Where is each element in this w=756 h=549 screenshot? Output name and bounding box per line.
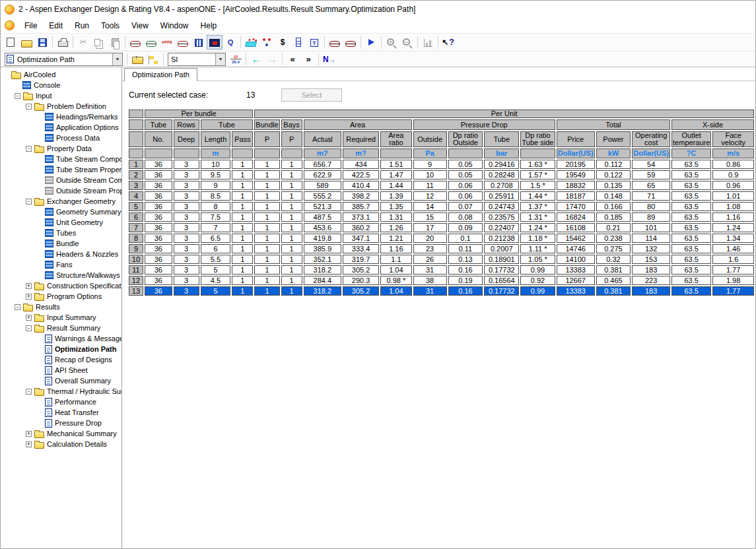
tree-item-heat-transfer[interactable]: Heat Transfer	[1, 407, 121, 418]
table-cell[interactable]: 1.31	[380, 212, 412, 222]
table-cell[interactable]: 1.04	[380, 265, 412, 274]
table-cell[interactable]: 0.135	[596, 181, 631, 190]
table-cell[interactable]: 0.98 *	[380, 276, 412, 285]
table-cell[interactable]: 10	[201, 160, 231, 169]
menu-run[interactable]: Run	[69, 19, 95, 32]
row-number[interactable]: 8	[129, 234, 143, 243]
table-cell[interactable]: 1.37 *	[520, 202, 555, 211]
table-cell[interactable]: 1	[232, 276, 253, 285]
table-cell[interactable]: 1	[254, 191, 279, 201]
table-cell[interactable]: 18187	[557, 191, 595, 201]
table-cell[interactable]: 63.5	[671, 255, 711, 264]
table-cell[interactable]: 1.34	[712, 234, 754, 243]
collapse-icon[interactable]: -	[26, 199, 32, 205]
unit-converter-button[interactable]	[228, 52, 244, 67]
table-cell[interactable]: 0.17732	[484, 286, 519, 296]
table-cell[interactable]: 0.96	[712, 181, 754, 190]
table-cell[interactable]: 0.09	[448, 223, 483, 232]
table-cell[interactable]: 6	[201, 244, 231, 253]
menu-edit[interactable]: Edit	[43, 19, 69, 32]
table-cell[interactable]: 1	[232, 223, 253, 232]
table-cell[interactable]: 1	[232, 170, 253, 179]
case-row-10[interactable]: 103635.5111352.1319.71.1260.130.189011.0…	[129, 255, 754, 264]
table-cell[interactable]: 9.5	[201, 170, 231, 179]
table-cell[interactable]: 352.1	[304, 255, 342, 264]
table-cell[interactable]: 1	[281, 234, 302, 243]
case-row-9[interactable]: 93636111385.9333.41.16230.110.20071.11 *…	[129, 244, 754, 253]
navigator-combo[interactable]: Optimization Path▼	[5, 53, 123, 66]
row-number[interactable]: 9	[129, 244, 143, 253]
table-cell[interactable]: 80	[632, 202, 670, 211]
table-cell[interactable]: 487.5	[304, 212, 342, 222]
row-number[interactable]: 10	[129, 255, 143, 264]
table-cell[interactable]: 385.9	[304, 244, 342, 253]
table-cell[interactable]: 17470	[557, 202, 595, 211]
table-cell[interactable]: 589	[304, 181, 342, 190]
table-cell[interactable]: 290.3	[343, 276, 379, 285]
economics-button[interactable]	[243, 35, 259, 49]
table-cell[interactable]: 63.5	[671, 181, 711, 190]
table-cell[interactable]: 36	[145, 170, 172, 179]
table-cell[interactable]: 398.2	[343, 191, 379, 201]
collapse-icon[interactable]: -	[26, 389, 32, 395]
expand-icon[interactable]: +	[26, 294, 32, 300]
table-cell[interactable]: 1.26	[380, 223, 412, 232]
open-file-button[interactable]	[18, 35, 34, 49]
drum-button[interactable]	[306, 35, 322, 49]
table-cell[interactable]: 0.19	[448, 276, 483, 285]
table-cell[interactable]: 1	[232, 160, 253, 169]
table-cell[interactable]: 15	[413, 212, 447, 222]
units-set-combo[interactable]: SI▼	[168, 53, 226, 66]
table-cell[interactable]: 305.2	[343, 286, 379, 296]
case-row-2[interactable]: 23639.5111622.9422.51.47100.050.282481.5…	[129, 170, 754, 179]
case-row-12[interactable]: 123634.5111284.4290.30.98 *380.190.16564…	[129, 276, 754, 285]
tree-item-tubes[interactable]: Tubes	[1, 228, 121, 238]
tree-item-application-options[interactable]: Application Options	[1, 122, 121, 133]
table-cell[interactable]: 1	[254, 223, 279, 232]
table-cell[interactable]: 0.24743	[484, 202, 519, 211]
table-cell[interactable]: 1	[254, 276, 279, 285]
table-cell[interactable]: 656.7	[304, 160, 342, 169]
up-one-level-button[interactable]	[129, 52, 145, 67]
table-cell[interactable]: 1	[281, 286, 302, 296]
table-cell[interactable]: 1.77	[712, 265, 754, 274]
tree-item-outside-stream-comp[interactable]: Outside Stream Comp	[1, 175, 121, 185]
table-cell[interactable]: 0.275	[596, 244, 631, 253]
tree-item-overall-summary[interactable]: Overall Summary	[1, 375, 121, 386]
table-cell[interactable]: 36	[145, 202, 172, 211]
table-cell[interactable]: 0.2007	[484, 244, 519, 253]
table-cell[interactable]: 0.06	[448, 181, 483, 190]
table-cell[interactable]: 1.21	[380, 234, 412, 243]
table-cell[interactable]: 1.31 *	[520, 212, 555, 222]
save-file-button[interactable]	[34, 35, 50, 49]
case-row-1[interactable]: 136310111656.74341.5190.050.294161.63 *2…	[129, 160, 754, 169]
table-cell[interactable]: 0.16564	[484, 276, 519, 285]
tab-optimization-path[interactable]: Optimization Path	[124, 68, 197, 81]
table-cell[interactable]: 0.92	[520, 276, 555, 285]
table-cell[interactable]: 1	[254, 255, 279, 264]
collapse-icon[interactable]: -	[26, 325, 32, 331]
table-cell[interactable]: 0.21	[596, 223, 631, 232]
table-cell[interactable]: 114	[632, 234, 670, 243]
table-cell[interactable]: 1.63 *	[520, 160, 555, 169]
run-button[interactable]	[363, 35, 379, 49]
table-cell[interactable]: 0.25911	[484, 191, 519, 201]
table-cell[interactable]: 0.32	[596, 255, 631, 264]
table-cell[interactable]: 333.4	[343, 244, 379, 253]
case-row-11[interactable]: 113635111318.2305.21.04310.160.177320.99…	[129, 265, 754, 274]
table-cell[interactable]: 1	[281, 181, 302, 190]
collapse-icon[interactable]: -	[26, 146, 32, 152]
table-cell[interactable]: 1	[232, 244, 253, 253]
tree-item-results[interactable]: -Results	[1, 302, 121, 312]
table-cell[interactable]: 132	[632, 244, 670, 253]
row-number[interactable]: 13	[129, 286, 143, 296]
table-cell[interactable]: 10	[413, 170, 447, 179]
table-cell[interactable]: 63.5	[671, 160, 711, 169]
table-cell[interactable]: 1.46	[712, 244, 754, 253]
table-cell[interactable]: 0.29416	[484, 160, 519, 169]
tree-item-tube-stream-propert[interactable]: Tube Stream Propert	[1, 164, 121, 175]
table-cell[interactable]: 0.381	[596, 265, 631, 274]
menu-window[interactable]: Window	[155, 19, 195, 32]
table-cell[interactable]: 1.5 *	[520, 181, 555, 190]
table-cell[interactable]: 1.11 *	[520, 244, 555, 253]
